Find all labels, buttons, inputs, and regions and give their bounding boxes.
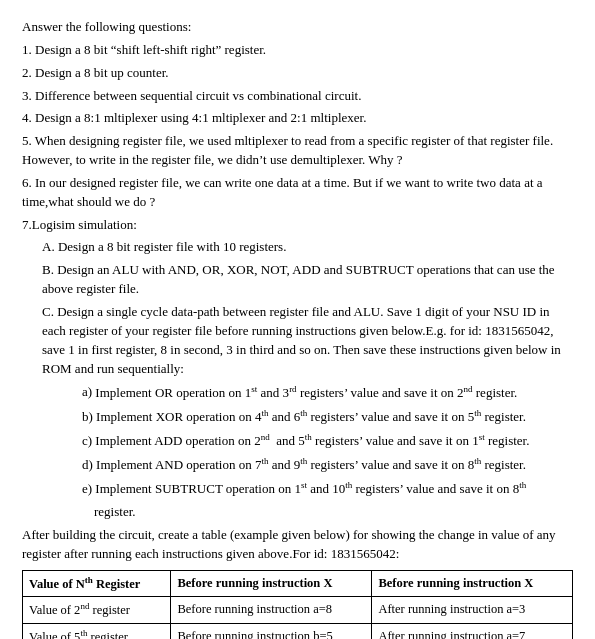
table-header-col2: Before running instruction X bbox=[171, 570, 372, 597]
main-content: Answer the following questions: 1. Desig… bbox=[22, 18, 573, 639]
q7ce-letter: e) bbox=[82, 481, 95, 496]
q5-num: 5. bbox=[22, 133, 35, 148]
after-text: After building the circuit, create a tab… bbox=[22, 526, 573, 564]
q4-text: Design a 8:1 mltiplexer using 4:1 mltipl… bbox=[35, 110, 366, 125]
table-cell-r1c2: Before running instruction a=8 bbox=[171, 597, 372, 624]
q7ca-letter: a) bbox=[82, 385, 95, 400]
q7cb-letter: b) bbox=[82, 409, 96, 424]
q7c: C. Design a single cycle data-path betwe… bbox=[42, 303, 573, 378]
q7ce-continued: register. bbox=[94, 503, 573, 522]
header: Answer the following questions: bbox=[22, 18, 573, 37]
table-header-row: Value of Nth Register Before running ins… bbox=[23, 570, 573, 597]
q3-num: 3. bbox=[22, 88, 35, 103]
q7ca-text: Implement OR operation on 1st and 3rd re… bbox=[95, 385, 517, 400]
q1-text: Design a 8 bit “shift left-shift right” … bbox=[35, 42, 266, 57]
q7c-c: c) Implement ADD operation on 2nd and 5t… bbox=[82, 431, 573, 451]
result-table: Value of Nth Register Before running ins… bbox=[22, 570, 573, 639]
q7a: A. Design a 8 bit register file with 10 … bbox=[42, 238, 573, 257]
q7a-letter: A. bbox=[42, 239, 58, 254]
q7cc-text: Implement ADD operation on 2nd and 5th r… bbox=[95, 433, 529, 448]
q7cc-letter: c) bbox=[82, 433, 95, 448]
q7b-letter: B. bbox=[42, 262, 57, 277]
q7c-letter: C. bbox=[42, 304, 57, 319]
q7cd-letter: d) bbox=[82, 457, 96, 472]
q7-title: Logisim simulation: bbox=[32, 217, 137, 232]
table-cell-r2c1: Value of 5th register bbox=[23, 624, 171, 639]
table-row: Value of 2nd register Before running ins… bbox=[23, 597, 573, 624]
q7c-text: Design a single cycle data-path between … bbox=[42, 304, 561, 376]
table-cell-r1c1: Value of 2nd register bbox=[23, 597, 171, 624]
q2-num: 2. bbox=[22, 65, 35, 80]
q5-text: When designing register file, we used ml… bbox=[22, 133, 553, 167]
q3: 3. Difference between sequential circuit… bbox=[22, 87, 573, 106]
q7c-b: b) Implement XOR operation on 4th and 6t… bbox=[82, 407, 573, 427]
q7b: B. Design an ALU with AND, OR, XOR, NOT,… bbox=[42, 261, 573, 299]
q7c-e: e) Implement SUBTRUCT operation on 1st a… bbox=[82, 479, 573, 499]
q2-text: Design a 8 bit up counter. bbox=[35, 65, 169, 80]
q7c-a: a) Implement OR operation on 1st and 3rd… bbox=[82, 382, 573, 402]
table-cell-r1c3: After running instruction a=3 bbox=[372, 597, 573, 624]
q3-text: Difference between sequential circuit vs… bbox=[35, 88, 361, 103]
q4: 4. Design a 8:1 mltiplexer using 4:1 mlt… bbox=[22, 109, 573, 128]
table-header-col1: Value of Nth Register bbox=[23, 570, 171, 597]
q6-num: 6. bbox=[22, 175, 35, 190]
q7b-text: Design an ALU with AND, OR, XOR, NOT, AD… bbox=[42, 262, 555, 296]
q6-text: In our designed register file, we can wr… bbox=[22, 175, 543, 209]
q1-num: 1. bbox=[22, 42, 35, 57]
table-header-col3: Before running instruction X bbox=[372, 570, 573, 597]
q7-label: 7.Logisim simulation: bbox=[22, 216, 573, 235]
q2: 2. Design a 8 bit up counter. bbox=[22, 64, 573, 83]
q7ce-register: register. bbox=[94, 504, 136, 519]
table-cell-r2c3: After running instruction a=7 bbox=[372, 624, 573, 639]
q7ce-text: Implement SUBTRUCT operation on 1st and … bbox=[95, 481, 526, 496]
table-row: Value of 5th register Before running ins… bbox=[23, 624, 573, 639]
q4-num: 4. bbox=[22, 110, 35, 125]
q7a-text: Design a 8 bit register file with 10 reg… bbox=[58, 239, 287, 254]
q6: 6. In our designed register file, we can… bbox=[22, 174, 573, 212]
q1: 1. Design a 8 bit “shift left-shift righ… bbox=[22, 41, 573, 60]
q7cd-text: Implement AND operation on 7th and 9th r… bbox=[96, 457, 526, 472]
q5: 5. When designing register file, we used… bbox=[22, 132, 573, 170]
q7c-d: d) Implement AND operation on 7th and 9t… bbox=[82, 455, 573, 475]
q7-num: 7. bbox=[22, 217, 32, 232]
q7cb-text: Implement XOR operation on 4th and 6th r… bbox=[96, 409, 526, 424]
table-cell-r2c2: Before running instruction b=5 bbox=[171, 624, 372, 639]
